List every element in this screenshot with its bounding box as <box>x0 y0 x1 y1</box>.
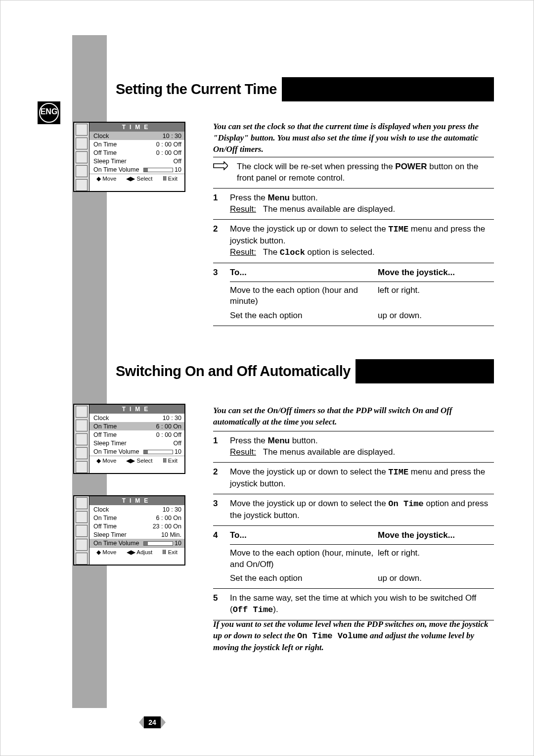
osd-title: TIME <box>89 405 184 414</box>
osd-icon-rail <box>74 405 89 473</box>
section-2-steps: 1 Press the Menu button. Result: The men… <box>213 431 494 620</box>
osd-title: TIME <box>89 496 184 505</box>
step-row: 4 To...Move the joystick... Move to the … <box>213 526 494 589</box>
note-row: The clock will be re-set when pressing t… <box>213 157 494 188</box>
osd-icon <box>76 461 88 473</box>
osd-icon-rail <box>74 123 89 191</box>
osd-icon <box>76 511 88 523</box>
language-badge: ENG <box>38 101 60 124</box>
osd-footer: ◆ Move ◀▶ Adjust Ⅲ Exit <box>89 547 184 557</box>
manual-page: ENG Setting the Current Time TIME Clock1… <box>0 0 534 756</box>
osd-screenshot-a: TIME Clock10 : 30 On Time0 : 00 Off Off … <box>73 122 185 192</box>
osd-icon <box>76 433 88 445</box>
osd-icon <box>76 539 88 551</box>
outro-note: If you want to set the volume level when… <box>213 619 494 654</box>
heading-2-text: Switching On and Off Automatically <box>107 359 356 383</box>
osd-icon <box>76 447 88 459</box>
osd-row-on-time: On Time0 : 00 Off <box>89 140 184 148</box>
intro-1: You can set the clock so that the curren… <box>213 121 494 155</box>
osd-row-clock: Clock10 : 30 <box>89 414 184 422</box>
volume-slider-icon <box>143 168 173 172</box>
osd-row-on-time: On Time6 : 00 On <box>89 422 184 430</box>
osd-row-off-time: Off Time23 : 00 On <box>89 522 184 530</box>
section-1-steps: The clock will be re-set when pressing t… <box>213 157 494 326</box>
osd-row-sleep: Sleep TimerOff <box>89 157 184 165</box>
divider <box>230 544 494 545</box>
osd-icon <box>76 151 88 163</box>
heading-2: Switching On and Off Automatically <box>107 359 494 383</box>
osd-icon <box>76 497 88 509</box>
osd-icon <box>76 406 88 418</box>
osd-row-clock: Clock10 : 30 <box>89 505 184 514</box>
osd-icon-rail <box>74 496 89 565</box>
osd-row-sleep: Sleep TimerOff <box>89 439 184 447</box>
osd-row-volume: On Time Volume 10 <box>89 539 184 547</box>
step-row: 1 Press the Menu button. Result: The men… <box>213 189 494 219</box>
osd-row-sleep: Sleep Timer10 Min. <box>89 530 184 539</box>
osd-icon <box>76 553 88 565</box>
divider <box>213 326 494 326</box>
osd-footer: ◆ Move ◀▶ Select Ⅲ Exit <box>89 456 184 465</box>
osd-icon <box>76 124 88 136</box>
osd-icon <box>76 525 88 537</box>
step-row: 5 In the same way, set the time at which… <box>213 589 494 620</box>
osd-screenshot-b: TIME Clock10 : 30 On Time6 : 00 On Off T… <box>73 404 185 474</box>
intro-2: You can set the On/Off timers so that th… <box>213 405 494 428</box>
note-text: The clock will be re-set when pressing t… <box>237 161 494 184</box>
divider <box>230 282 494 282</box>
osd-title: TIME <box>89 123 184 132</box>
language-badge-text: ENG <box>39 103 59 123</box>
heading-1: Setting the Current Time <box>107 77 494 101</box>
step-row: 2 Move the joystick up or down to select… <box>213 463 494 494</box>
step-row: 3 To...Move the joystick... Move to the … <box>213 263 494 326</box>
volume-slider-icon <box>143 541 173 546</box>
osd-icon <box>76 165 88 177</box>
step-row: 3 Move the joystick up or down to select… <box>213 494 494 525</box>
osd-row-volume: On Time Volume 10 <box>89 447 184 456</box>
osd-row-clock: Clock10 : 30 <box>89 132 184 140</box>
heading-1-text: Setting the Current Time <box>107 77 282 101</box>
volume-slider-icon <box>143 450 173 454</box>
osd-icon <box>76 420 88 431</box>
arrow-icon <box>213 161 230 184</box>
osd-row-volume: On Time Volume 10 <box>89 165 184 174</box>
osd-icon <box>76 179 88 191</box>
step-row: 1 Press the Menu button. Result: The men… <box>213 431 494 462</box>
osd-screenshot-c: TIME Clock10 : 30 On Time6 : 00 On Off T… <box>73 495 185 566</box>
page-number: 24 <box>144 716 161 728</box>
osd-row-on-time: On Time6 : 00 On <box>89 514 184 522</box>
osd-row-off-time: Off Time0 : 00 Off <box>89 430 184 439</box>
osd-footer: ◆ Move ◀▶ Select Ⅲ Exit <box>89 174 184 183</box>
osd-icon <box>76 138 88 149</box>
step-row: 2 Move the joystick up or down to select… <box>213 220 494 263</box>
osd-row-off-time: Off Time0 : 00 Off <box>89 148 184 157</box>
